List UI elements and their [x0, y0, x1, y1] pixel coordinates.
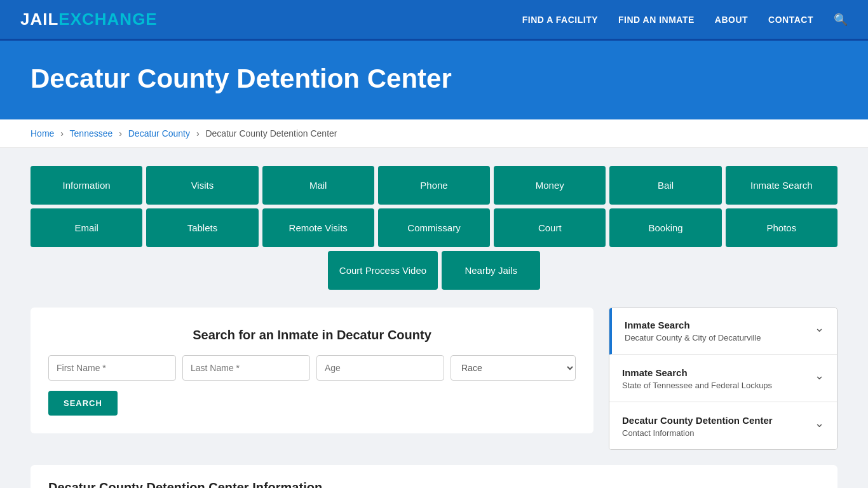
nav-find-facility[interactable]: FIND A FACILITY	[522, 15, 598, 25]
search-form-row: Race White Black Hispanic Asian Other	[48, 355, 576, 381]
sidebar-item-title-1: Inmate Search	[622, 367, 772, 378]
search-button[interactable]: SEARCH	[48, 391, 118, 416]
search-panel: Search for an Inmate in Decatur County R…	[31, 308, 593, 433]
sidebar-item-1[interactable]: Inmate Search State of Tennessee and Fed…	[609, 356, 837, 402]
search-panel-title: Search for an Inmate in Decatur County	[48, 328, 576, 342]
logo-ex: EXCHANGE	[58, 10, 157, 29]
btn-tablets[interactable]: Tablets	[146, 208, 258, 247]
first-name-input[interactable]	[48, 355, 176, 381]
chevron-down-icon-2: ⌄	[815, 416, 824, 430]
button-grid-row2: Email Tablets Remote Visits Commissary C…	[31, 208, 837, 247]
btn-mail[interactable]: Mail	[262, 166, 374, 205]
race-select[interactable]: Race White Black Hispanic Asian Other	[451, 355, 576, 381]
breadcrumb-tennessee[interactable]: Tennessee	[70, 128, 113, 139]
nav-find-inmate[interactable]: FIND AN INMATE	[618, 15, 695, 25]
sidebar-item-text-0: Inmate Search Decatur County & City of D…	[625, 320, 761, 342]
site-logo: JAILEXCHANGE	[20, 10, 158, 29]
nav-contact[interactable]: CONTACT	[768, 15, 813, 25]
sidebar-item-sub-0: Decatur County & City of Decaturville	[625, 333, 761, 342]
page-title: Decatur County Detention Center	[31, 64, 837, 94]
age-input[interactable]	[316, 355, 444, 381]
sidebar-item-sub-1: State of Tennessee and Federal Lockups	[622, 381, 772, 390]
hero-section: Decatur County Detention Center	[0, 41, 868, 119]
breadcrumb-sep-2: ›	[119, 128, 122, 139]
logo-jail: JAIL	[20, 10, 58, 29]
chevron-down-icon-0: ⌄	[815, 321, 824, 335]
nav-about[interactable]: ABOUT	[715, 15, 748, 25]
sidebar-panels: Inmate Search Decatur County & City of D…	[609, 308, 837, 450]
search-icon-button[interactable]: 🔍	[834, 13, 848, 27]
btn-email[interactable]: Email	[31, 208, 142, 247]
sidebar-item-sub-2: Contact Information	[622, 428, 773, 438]
nav-links: FIND A FACILITY FIND AN INMATE ABOUT CON…	[522, 13, 848, 27]
navbar: JAILEXCHANGE FIND A FACILITY FIND AN INM…	[0, 0, 868, 41]
breadcrumb-home[interactable]: Home	[31, 128, 54, 139]
chevron-down-icon-1: ⌄	[815, 369, 824, 383]
button-grid-row3: Court Process Video Nearby Jails	[31, 251, 837, 290]
info-section: Decatur County Detention Center Informat…	[31, 465, 837, 488]
btn-commissary[interactable]: Commissary	[378, 208, 490, 247]
info-section-title: Decatur County Detention Center Informat…	[48, 480, 820, 488]
btn-court[interactable]: Court	[494, 208, 606, 247]
btn-booking[interactable]: Booking	[609, 208, 721, 247]
btn-photos[interactable]: Photos	[726, 208, 837, 247]
bottom-section: Search for an Inmate in Decatur County R…	[31, 308, 837, 450]
sidebar-item-title-2: Decatur County Detention Center	[622, 415, 773, 426]
sidebar-item-0[interactable]: Inmate Search Decatur County & City of D…	[609, 308, 837, 355]
btn-court-process-video[interactable]: Court Process Video	[328, 251, 438, 290]
sidebar-item-2[interactable]: Decatur County Detention Center Contact …	[609, 403, 837, 449]
sidebar-item-title-0: Inmate Search	[625, 320, 761, 330]
breadcrumb-current: Decatur County Detention Center	[205, 128, 337, 139]
btn-inmate-search[interactable]: Inmate Search	[726, 166, 837, 205]
sidebar-item-text-1: Inmate Search State of Tennessee and Fed…	[622, 367, 772, 390]
button-grid-row1: Information Visits Mail Phone Money Bail…	[31, 166, 837, 205]
btn-bail[interactable]: Bail	[609, 166, 721, 205]
btn-phone[interactable]: Phone	[378, 166, 490, 205]
btn-visits[interactable]: Visits	[146, 166, 258, 205]
btn-information[interactable]: Information	[31, 166, 142, 205]
sidebar-item-text-2: Decatur County Detention Center Contact …	[622, 415, 773, 438]
breadcrumb-decatur-county[interactable]: Decatur County	[128, 128, 190, 139]
btn-money[interactable]: Money	[494, 166, 606, 205]
btn-remote-visits[interactable]: Remote Visits	[262, 208, 374, 247]
breadcrumb: Home › Tennessee › Decatur County › Deca…	[0, 119, 868, 148]
btn-nearby-jails[interactable]: Nearby Jails	[442, 251, 540, 290]
breadcrumb-sep-1: ›	[60, 128, 64, 139]
main-content: Information Visits Mail Phone Money Bail…	[0, 148, 868, 488]
breadcrumb-sep-3: ›	[196, 128, 200, 139]
last-name-input[interactable]	[182, 355, 310, 381]
